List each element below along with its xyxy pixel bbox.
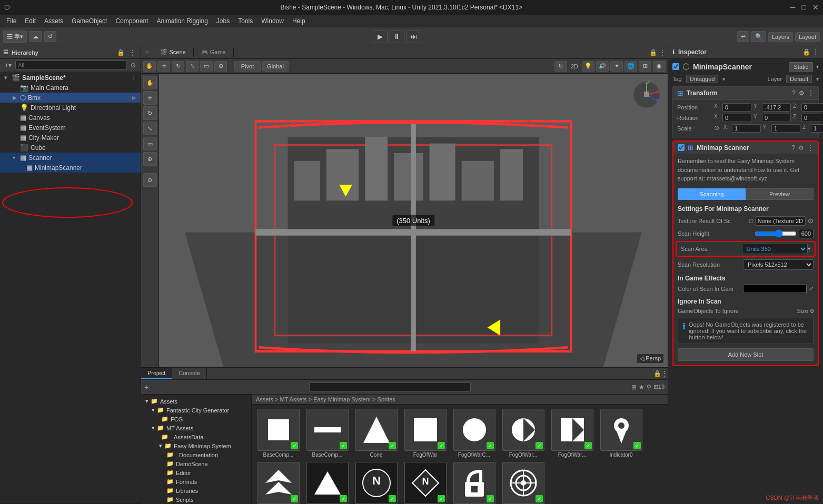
static-button[interactable]: Static xyxy=(789,62,813,72)
menu-help[interactable]: Help xyxy=(288,16,310,26)
rect-tool-btn[interactable]: ▭ xyxy=(200,61,213,72)
hand-tool-btn[interactable]: ✋ xyxy=(143,61,156,72)
hierarchy-add-btn[interactable]: +▾ xyxy=(3,61,13,69)
tab-game[interactable]: 🎮 Game xyxy=(194,48,234,57)
tag-value[interactable]: Untagged xyxy=(686,75,719,83)
rotation-x-input[interactable] xyxy=(722,114,751,122)
minimap-scanner-more-btn[interactable]: ⋮ xyxy=(807,144,814,152)
asset-padlock0[interactable]: ✓ Padlock0 xyxy=(452,462,497,504)
move-tool-vertical[interactable]: ✛ xyxy=(143,91,157,105)
scene-light-btn[interactable]: 💡 xyxy=(582,61,594,72)
scan-area-select[interactable]: Units 350 Units 100 Units 200 Units 500 xyxy=(742,244,808,254)
close-btn[interactable]: ✕ xyxy=(812,3,819,12)
asset-north1[interactable]: N ✓ North1 xyxy=(403,462,448,504)
proj-item-fantasticcity[interactable]: ▾ 📁 Fantastic City Generator xyxy=(141,406,251,415)
project-icon-btn3[interactable]: ⚲ xyxy=(647,384,651,391)
color-expand-btn[interactable]: ⤢ xyxy=(809,285,814,292)
rotation-z-input[interactable] xyxy=(801,114,823,122)
hierarchy-item-canvas[interactable]: ▦ Canvas xyxy=(0,113,141,123)
custom2-tool-vertical[interactable]: ⊙ xyxy=(143,173,157,187)
transform-tool-btn[interactable]: ⊕ xyxy=(214,61,227,72)
proj-item-libraries[interactable]: 📁 Libraries xyxy=(141,486,251,495)
proj-item-formats[interactable]: 📁 Formats xyxy=(141,477,251,486)
menu-window[interactable]: Window xyxy=(257,16,288,26)
asset-indicator1[interactable]: ✓ Indicator1 xyxy=(256,462,301,504)
rect-tool-vertical[interactable]: ▭ xyxy=(143,137,157,150)
menu-gameobject[interactable]: GameObject xyxy=(67,16,111,26)
tab-scene[interactable]: 🎬 Scene xyxy=(153,48,193,57)
static-arrow-btn[interactable]: ▾ xyxy=(816,64,819,69)
hierarchy-item-citymaker[interactable]: ▦ City-Maker xyxy=(0,133,141,143)
move-tool-btn[interactable]: ✛ xyxy=(157,61,170,72)
scene-more-btn[interactable]: ⋮ xyxy=(131,75,136,80)
layers-dropdown[interactable]: Layers xyxy=(768,32,793,42)
menu-file[interactable]: File xyxy=(2,16,21,26)
inspector-more-btn[interactable]: ⋮ xyxy=(812,48,819,56)
scale-y-input[interactable] xyxy=(771,124,800,133)
project-search-input[interactable] xyxy=(309,382,471,392)
proj-item-mtassets[interactable]: ▾ 📁 MT Assets xyxy=(141,424,251,432)
asset-indicator0[interactable]: ✓ Indicator0 xyxy=(599,409,643,458)
toolbar-account-btn[interactable]: ☰ 孝▾ xyxy=(3,31,27,43)
asset-fogofwar3[interactable]: ✓ FogOfWar... xyxy=(550,409,594,458)
layer-value[interactable]: Default xyxy=(786,75,812,83)
menu-assets[interactable]: Assets xyxy=(40,16,67,26)
asset-basecomp1[interactable]: ✓ BaseComp... xyxy=(256,409,301,458)
scale-tool-vertical[interactable]: ⤡ xyxy=(143,122,157,135)
bmx-more-btn[interactable]: ▶ xyxy=(132,95,136,100)
scale-x-input[interactable] xyxy=(732,124,761,133)
project-lock-btn[interactable]: 🔒 xyxy=(653,368,661,379)
global-btn[interactable]: Global xyxy=(262,61,289,72)
hierarchy-search-input[interactable] xyxy=(15,61,127,70)
proj-item-assetsdata[interactable]: 📁 _AssetsData xyxy=(141,432,251,441)
proj-item-easyminimap[interactable]: ▾ 📁 Easy Minimap System xyxy=(141,441,251,450)
proj-item-editor[interactable]: 📁 Editor xyxy=(141,468,251,477)
preview-tab[interactable]: Preview xyxy=(746,188,814,200)
minimize-btn[interactable]: ─ xyxy=(790,3,796,12)
scene-skybox-btn[interactable]: 🌐 xyxy=(624,61,637,72)
pause-button[interactable]: ⏸ xyxy=(390,31,404,43)
project-add-btn[interactable]: + xyxy=(144,383,148,391)
asset-north0[interactable]: N ✓ North0 xyxy=(354,462,399,504)
proj-item-fcg[interactable]: 📁 FCG xyxy=(141,415,251,424)
scan-resolution-select[interactable]: Pixels 512x512 Pixels 256x256 Pixels 102… xyxy=(743,259,814,270)
minimap-scanner-active-checkbox[interactable] xyxy=(678,144,685,151)
proj-item-demoscene[interactable]: 📁 DemoScene xyxy=(141,459,251,468)
project-icon-btn1[interactable]: ⊞ xyxy=(631,384,637,391)
proj-item-scripts[interactable]: 📁 Scripts xyxy=(141,495,251,504)
hierarchy-more-btn[interactable]: ⋮ xyxy=(128,48,137,57)
hierarchy-item-scanner[interactable]: ▾ ▦ Scanner xyxy=(0,153,141,163)
minimap-scanner-help-btn[interactable]: ? xyxy=(791,144,795,152)
tab-project[interactable]: Project xyxy=(141,368,172,379)
transform-more-btn[interactable]: ⋮ xyxy=(808,89,814,97)
minimap-scanner-settings-btn[interactable]: ⚙ xyxy=(798,144,804,152)
project-icon-btn2[interactable]: ★ xyxy=(639,384,644,391)
undo-history-btn[interactable]: ↩ xyxy=(737,31,749,42)
hierarchy-filter-btn[interactable]: ⊙ xyxy=(129,61,137,69)
project-more-btn[interactable]: ⋮ xyxy=(661,368,668,379)
step-button[interactable]: ⏭ xyxy=(406,31,421,43)
transform-help-btn[interactable]: ? xyxy=(792,89,796,97)
hierarchy-item-cube[interactable]: ⬛ Cube xyxy=(0,143,141,153)
rotate-tool-btn[interactable]: ↻ xyxy=(172,61,184,72)
menu-edit[interactable]: Edit xyxy=(21,16,40,26)
hand-tool-vertical[interactable]: ✋ xyxy=(143,76,157,89)
scene-more-btn[interactable]: ⋮ xyxy=(659,49,666,56)
transform-header[interactable]: ⊞ Transform ? ⚙ ⋮ xyxy=(673,87,818,100)
asset-indicator2[interactable]: ✓ Indicator2 xyxy=(305,462,350,504)
pivot-btn[interactable]: Pivot xyxy=(234,61,261,72)
maximize-btn[interactable]: □ xyxy=(802,3,806,12)
scene-gizmos-btn[interactable]: ⊞ xyxy=(639,61,651,72)
scene-fx-btn[interactable]: ✦ xyxy=(610,61,623,72)
tab-console[interactable]: Console xyxy=(172,368,206,379)
position-x-input[interactable] xyxy=(722,103,751,112)
add-new-slot-btn[interactable]: Add New Slot xyxy=(678,348,814,361)
position-y-input[interactable] xyxy=(762,103,791,112)
hierarchy-item-minimapscanner[interactable]: ▦ MinimapScanner xyxy=(0,163,141,173)
color-picker-box[interactable] xyxy=(743,285,807,293)
hierarchy-item-eventsystem[interactable]: ▦ EventSystem xyxy=(0,123,141,133)
scene-camera-btn[interactable]: ↻ xyxy=(554,61,567,72)
play-button[interactable]: ▶ xyxy=(373,31,388,43)
rotation-y-input[interactable] xyxy=(762,114,791,122)
asset-basecomp2[interactable]: ✓ BaseComp... xyxy=(305,409,350,458)
